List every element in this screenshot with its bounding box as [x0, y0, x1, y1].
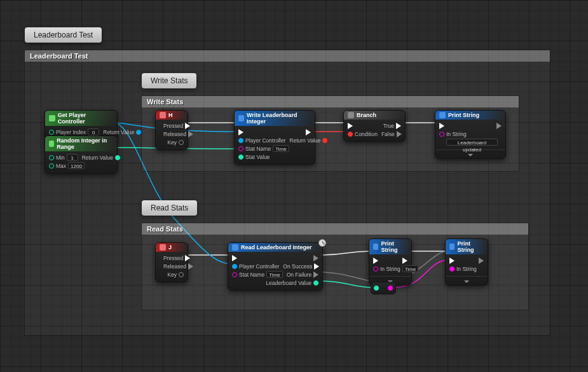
node-title-label: Write Leaderboard Integer: [247, 112, 311, 125]
pin-label: Min: [56, 155, 65, 161]
node-title-label: Branch: [357, 112, 376, 118]
node-print-value[interactable]: Print String In String: [445, 238, 488, 286]
pin-released-exec[interactable]: [188, 131, 193, 137]
pin-exec-out[interactable]: [402, 258, 407, 264]
node-title[interactable]: Print String: [435, 111, 505, 120]
pin-condition-in[interactable]: [348, 132, 353, 137]
pin-key-out[interactable]: [179, 140, 184, 145]
pin-stat-name-in[interactable]: [238, 146, 243, 151]
pin-return-value-out[interactable]: [115, 155, 120, 160]
node-print-time[interactable]: Print String In StringTime: [369, 238, 412, 286]
pin-stat-value-in[interactable]: [238, 155, 243, 160]
node-title[interactable]: Random Integer in Range: [45, 136, 117, 151]
pin-out[interactable]: [388, 286, 393, 291]
pin-onfailure-exec[interactable]: [313, 272, 318, 278]
pin-in-string[interactable]: [373, 266, 378, 272]
pin-exec-in[interactable]: [238, 129, 243, 135]
pin-label: Released: [163, 131, 186, 137]
node-convert[interactable]: [371, 282, 396, 294]
chevron-down-icon: [464, 280, 469, 283]
node-title[interactable]: Branch: [344, 111, 405, 120]
pin-label: On Success: [283, 263, 312, 270]
pin-pressed-exec[interactable]: [185, 255, 190, 261]
function-icon: [49, 115, 55, 121]
pin-exec-out[interactable]: [496, 123, 502, 129]
write-stats-header[interactable]: Write Stats: [142, 96, 519, 107]
pin-in-string[interactable]: [439, 132, 444, 137]
pin-in-string[interactable]: [449, 266, 455, 272]
node-title[interactable]: Read Leaderboard Integer: [228, 243, 322, 252]
function-icon: [232, 244, 238, 251]
pin-stat-name-in[interactable]: [232, 272, 237, 277]
keyboard-icon: [160, 244, 166, 251]
pin-label: Pressed: [163, 123, 183, 129]
pin-leaderboard-value-out[interactable]: [313, 280, 318, 286]
in-string-value[interactable]: Leaderboard updated: [446, 139, 498, 146]
node-title[interactable]: Print String: [446, 239, 488, 254]
pin-min-in[interactable]: [49, 155, 54, 160]
pin-exec-out[interactable]: [313, 255, 318, 261]
pin-exec-in[interactable]: [373, 258, 378, 264]
read-stats-tab-label: Read Stats: [151, 203, 188, 212]
min-value[interactable]: 1: [67, 154, 78, 161]
node-write-leaderboard[interactable]: Write Leaderboard Integer Player Control…: [234, 110, 315, 165]
pin-player-index-in[interactable]: [49, 130, 54, 135]
node-branch[interactable]: Branch True Condition False: [343, 110, 406, 142]
expand-advanced[interactable]: [435, 149, 505, 158]
player-index-value[interactable]: 0: [88, 128, 99, 135]
read-stats-tab[interactable]: Read Stats: [142, 200, 197, 216]
in-string-value[interactable]: Time: [402, 265, 418, 272]
node-title-label: J: [168, 244, 172, 251]
stat-name-value[interactable]: Time: [273, 145, 289, 152]
pin-label: On Failure: [287, 272, 312, 278]
pin-return-value-out[interactable]: [322, 138, 327, 143]
node-read-leaderboard[interactable]: Read Leaderboard Integer Player Controll…: [228, 242, 323, 291]
pin-in[interactable]: [374, 286, 379, 291]
outer-comment-header-label: Leaderboard Test: [30, 52, 88, 60]
pin-label: Return Value: [289, 137, 320, 144]
pin-player-controller-in[interactable]: [238, 138, 243, 143]
pin-exec-in[interactable]: [348, 123, 353, 129]
pin-label: Return Value: [82, 155, 113, 161]
outer-comment-tab[interactable]: Leaderboard Test: [25, 27, 102, 43]
pin-false-exec[interactable]: [397, 131, 402, 137]
pin-exec-in[interactable]: [449, 258, 455, 264]
pin-label: Stat Name: [239, 272, 264, 278]
pin-exec-out[interactable]: [479, 258, 484, 264]
node-print-updated[interactable]: Print String In String Leaderboard updat…: [435, 110, 506, 159]
pin-label: Leaderboard Value: [266, 280, 311, 286]
stat-name-value[interactable]: Time: [266, 271, 282, 278]
read-stats-header-label: Read Stats: [147, 225, 183, 233]
write-stats-tab-label: Write Stats: [151, 76, 188, 85]
pin-key-out[interactable]: [179, 272, 184, 277]
node-title-label: Print String: [457, 240, 484, 253]
node-title[interactable]: H: [156, 111, 188, 120]
pin-exec-in[interactable]: [439, 123, 444, 129]
node-title[interactable]: J: [156, 243, 188, 252]
node-title[interactable]: Write Leaderboard Integer: [235, 111, 315, 126]
node-title[interactable]: Print String: [369, 239, 411, 254]
expand-advanced[interactable]: [446, 276, 488, 285]
pin-label: Max: [56, 163, 66, 169]
write-stats-tab[interactable]: Write Stats: [142, 73, 196, 88]
node-input-h[interactable]: H Pressed Released Key: [155, 110, 188, 150]
node-random-integer[interactable]: Random Integer in Range Min 1 Return Val…: [44, 135, 118, 174]
outer-comment-header[interactable]: Leaderboard Test: [25, 50, 550, 62]
read-stats-header[interactable]: Read Stats: [142, 223, 528, 235]
pin-label: Return Value: [103, 129, 134, 135]
pin-label: Stat Value: [245, 154, 270, 160]
pin-onsuccess-exec[interactable]: [314, 263, 319, 270]
pin-true-exec[interactable]: [396, 123, 401, 129]
node-title[interactable]: Get Player Controller: [45, 111, 117, 126]
pin-return-value-out[interactable]: [136, 130, 141, 135]
pin-released-exec[interactable]: [188, 263, 193, 270]
pin-max-in[interactable]: [49, 163, 54, 169]
pin-player-controller-in[interactable]: [232, 264, 237, 269]
node-input-j[interactable]: J Pressed Released Key: [155, 242, 188, 282]
pin-pressed-exec[interactable]: [185, 123, 190, 129]
max-value[interactable]: 1200: [68, 162, 85, 169]
pin-exec-out[interactable]: [306, 129, 311, 135]
function-icon: [373, 244, 378, 250]
pin-label: Pressed: [163, 255, 183, 261]
pin-exec-in[interactable]: [232, 255, 237, 261]
